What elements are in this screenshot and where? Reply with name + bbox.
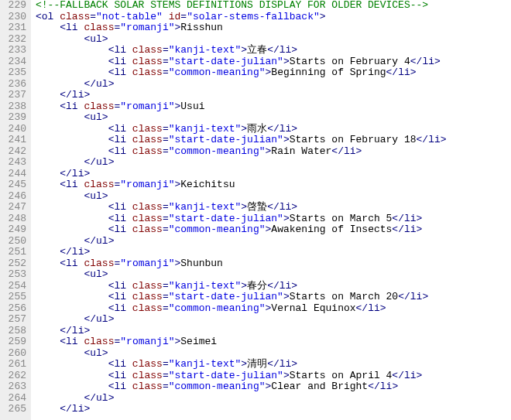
token-text [36, 358, 108, 370]
token-text [36, 213, 108, 224]
token-str: "start-date-julian" [169, 134, 283, 145]
token-tag: li [404, 224, 417, 235]
line-number: 264 [3, 393, 26, 405]
token-punc: = [180, 11, 187, 22]
code-line[interactable]: <li class="kanji-text">春分</li> [36, 281, 511, 292]
token-tag: li [280, 201, 292, 213]
token-tag: ul [96, 313, 108, 325]
code-line[interactable]: </li> [36, 169, 511, 180]
line-number: 241 [3, 135, 26, 146]
token-tag: li [344, 145, 356, 157]
line-number: 255 [3, 292, 26, 303]
code-line[interactable]: <li class="kanji-text">清明</li> [36, 359, 511, 370]
code-line[interactable]: <li class="romanji">Keichitsu [36, 179, 511, 191]
code-line[interactable]: <li class="romanji">Usui [36, 101, 511, 113]
token-text [36, 67, 108, 78]
code-line[interactable]: </li> [36, 247, 511, 258]
token-punc: > [84, 403, 90, 415]
code-line[interactable]: <ul> [36, 112, 511, 124]
token-punc: = [163, 370, 169, 381]
token-tag: ul [90, 111, 102, 123]
code-line[interactable]: <li class="common-meaning">Beginning of … [36, 67, 511, 79]
token-punc: > [102, 33, 108, 45]
token-tag: ul [96, 156, 108, 168]
token-attr: class [132, 67, 163, 78]
line-number: 252 [3, 258, 26, 270]
token-tag: li [114, 145, 126, 157]
token-punc: </ [398, 291, 410, 302]
code-line[interactable]: </ul> [36, 314, 511, 326]
token-attr: class [60, 11, 90, 22]
code-line[interactable]: <ul> [36, 348, 511, 360]
token-str: "romanji" [120, 336, 174, 347]
code-line[interactable]: <!--FALLBACK SOLAR STEMS DEFINITIONS DIS… [36, 0, 511, 12]
token-punc: </ [84, 392, 96, 404]
token-attr: class [132, 280, 163, 292]
code-line[interactable]: <li class="start-date-julian">Starts on … [36, 135, 511, 146]
token-text [36, 89, 60, 101]
token-punc [126, 370, 132, 381]
code-line[interactable]: <li class="kanji-text">雨水</li> [36, 124, 511, 135]
token-text [36, 145, 108, 157]
token-text [36, 325, 60, 336]
token-str: "common-meaning" [169, 145, 266, 157]
code-line[interactable]: <ul> [36, 269, 511, 281]
token-punc: </ [84, 235, 96, 247]
code-area[interactable]: <!--FALLBACK SOLAR STEMS DEFINITIONS DIS… [31, 0, 511, 420]
code-line[interactable]: <ul> [36, 34, 511, 46]
token-punc [126, 145, 132, 157]
code-line[interactable]: </ul> [36, 157, 511, 169]
token-punc: > [417, 224, 423, 235]
token-attr: class [84, 179, 114, 190]
code-line[interactable]: <li class="start-date-julian">Starts on … [36, 370, 511, 382]
token-punc: </ [386, 67, 399, 78]
token-punc: < [60, 336, 66, 347]
token-punc: </ [392, 224, 404, 235]
code-line[interactable]: <li class="kanji-text">啓蟄</li> [36, 202, 511, 213]
token-punc: > [417, 213, 423, 224]
token-text [36, 235, 84, 247]
code-line[interactable]: <li class="common-meaning">Clear and Bri… [36, 381, 511, 393]
code-line[interactable]: </ul> [36, 79, 511, 90]
code-line[interactable]: <li class="romanji">Shunbun [36, 258, 511, 270]
code-line[interactable]: <ul> [36, 191, 511, 203]
code-line[interactable]: <li class="start-date-julian">Starts on … [36, 213, 511, 225]
token-text [36, 56, 108, 67]
token-text [36, 313, 84, 325]
code-line[interactable]: </ul> [36, 236, 511, 248]
token-punc: </ [267, 44, 280, 56]
token-str: "common-meaning" [169, 302, 266, 314]
token-punc [126, 201, 132, 213]
line-number: 232 [3, 34, 26, 46]
token-text [36, 392, 84, 404]
token-tag: ul [90, 190, 102, 202]
code-editor[interactable]: 2292302312322332342352362372382392402412… [0, 0, 511, 420]
code-line[interactable]: <ol class="not-table" id="solar-stems-fa… [36, 12, 511, 23]
code-line[interactable]: <li class="romanji">Seimei [36, 336, 511, 348]
code-line[interactable]: <li class="kanji-text">立春</li> [36, 45, 511, 56]
code-line[interactable]: <li class="romanji">Risshun [36, 22, 511, 34]
token-punc: </ [267, 280, 280, 292]
token-str: "kanji-text" [169, 44, 242, 56]
token-punc: > [84, 325, 90, 336]
token-punc: > [283, 213, 290, 224]
token-tag: li [114, 44, 126, 56]
code-line[interactable]: <li class="start-date-julian">Starts on … [36, 292, 511, 303]
token-tag: li [398, 67, 410, 78]
token-text: Risshun [180, 22, 223, 33]
code-line[interactable]: </li> [36, 90, 511, 101]
code-line[interactable]: </li> [36, 326, 511, 337]
line-number: 256 [3, 303, 26, 315]
token-punc [126, 134, 132, 145]
code-line[interactable]: </ul> [36, 393, 511, 405]
line-number: 254 [3, 281, 26, 292]
code-line[interactable]: <li class="common-meaning">Vernal Equino… [36, 303, 511, 315]
code-line[interactable]: </li> [36, 404, 511, 415]
token-punc: > [102, 190, 108, 202]
token-tag: li [114, 134, 126, 145]
token-text [36, 44, 108, 56]
code-line[interactable]: <li class="common-meaning">Rain Water</l… [36, 146, 511, 158]
code-line[interactable]: <li class="start-date-julian">Starts on … [36, 56, 511, 68]
token-punc: = [163, 56, 169, 67]
code-line[interactable]: <li class="common-meaning">Awakening of … [36, 224, 511, 236]
